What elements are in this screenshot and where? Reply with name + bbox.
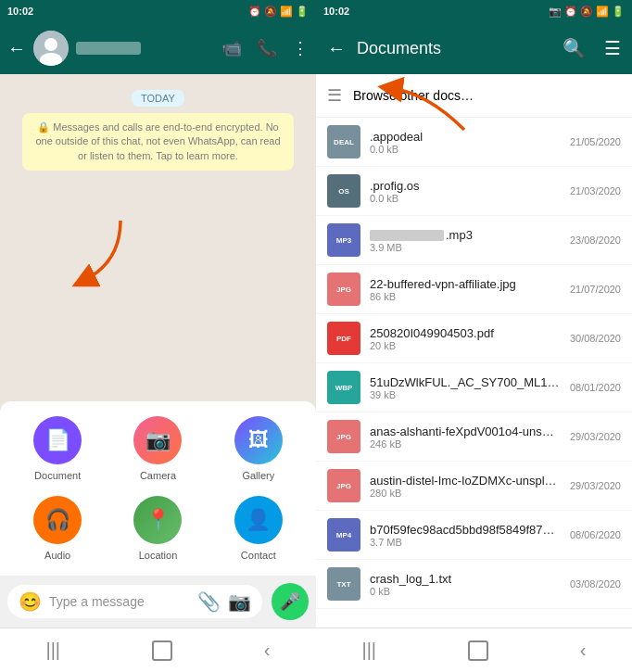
attach-camera[interactable]: 📷 Camera [115,416,200,481]
video-call-icon[interactable]: 📹 [221,38,242,58]
right-status-time: 10:02 [323,6,349,17]
file-name: crash_log_1.txt [370,572,561,586]
file-info: .appodeal 0.0 kB [370,130,561,155]
file-size: 86 kB [370,291,561,302]
audio-icon-circle: 🎧 [33,496,82,544]
file-size: 3.7 MB [370,537,561,548]
search-icon[interactable]: 🔍 [562,37,586,59]
file-info: 51uDzWlkFUL._AC_SY700_ML1_FMwe… 39 kB [370,375,561,400]
file-type-icon: TXT [327,567,360,601]
audio-label: Audio [44,550,70,561]
mic-button[interactable]: 🎤 [272,583,309,620]
chat-area: TODAY 🔒 Messages and calls are end-to-en… [0,74,316,401]
file-date: 08/01/2020 [570,382,621,393]
file-row[interactable]: JPG 22-buffered-vpn-affiliate.jpg 86 kB … [316,265,632,314]
attach-audio[interactable]: 🎧 Audio [15,496,100,561]
file-name: anas-alshanti-feXpdV001o4-unsplash.j… [370,425,561,438]
file-size: 3.9 MB [370,242,561,253]
today-badge: TODAY [7,89,309,106]
attach-document[interactable]: 📄 Document [15,416,100,481]
nav-menu-icon[interactable]: ||| [361,640,376,661]
file-type-icon: DEAL [327,125,360,158]
browse-row[interactable]: ☰ Browse other docs… [316,74,632,118]
phone-icon[interactable]: 📞 [257,38,277,58]
attach-contact[interactable]: 👤 Contact [216,496,301,561]
file-row[interactable]: JPG anas-alshanti-feXpdV001o4-unsplash.j… [316,412,632,462]
file-date: 08/06/2020 [570,529,621,540]
left-status-icons: ⏰ 🔕 📶 🔋 [248,6,309,18]
file-row[interactable]: MP4 b70f59fec98acd5bbd98f5849f8720de… 3.… [316,511,632,560]
file-row[interactable]: WBP 51uDzWlkFUL._AC_SY700_ML1_FMwe… 39 k… [316,363,632,412]
file-date: 21/03/2020 [570,185,621,197]
svg-point-1 [44,38,57,51]
header-actions: 📹 📞 ⋮ [221,38,309,58]
nav-home-icon[interactable] [468,640,488,661]
file-info: b70f59fec98acd5bbd98f5849f8720de… 3.7 MB [370,523,561,548]
file-name: 51uDzWlkFUL._AC_SY700_ML1_FMwe… [370,375,561,389]
right-status-bar: 10:02 📷 ⏰ 🔕 📶 🔋 [316,0,632,22]
contact-info [76,42,141,55]
file-info: crash_log_1.txt 0 kB [370,572,561,597]
file-info: anas-alshanti-feXpdV001o4-unsplash.j… 24… [370,425,561,450]
attach-gallery[interactable]: 🖼 Gallery [216,416,301,481]
browse-hamburger-icon: ☰ [327,85,342,106]
file-info: austin-distel-Imc-IoZDMXc-unsplash.jpg 2… [370,474,561,499]
file-info: 22-buffered-vpn-affiliate.jpg 86 kB [370,277,561,302]
file-row[interactable]: OS .profig.os 0.0 kB 21/03/2020 [316,167,632,216]
chat-header: ← 📹 📞 ⋮ [0,22,316,74]
file-info: .profig.os 0.0 kB [370,179,561,204]
right-status-icons: 📷 ⏰ 🔕 📶 🔋 [549,6,625,18]
file-list: DEAL .appodeal 0.0 kB 21/05/2020 OS .pro… [316,118,632,628]
file-row[interactable]: JPG austin-distel-Imc-IoZDMXc-unsplash.j… [316,462,632,511]
contact-label: Contact [241,550,276,561]
file-date: 03/08/2020 [570,578,621,590]
file-type-icon: PDF [327,322,360,355]
file-size: 39 kB [370,389,561,400]
encryption-notice[interactable]: 🔒 Messages and calls are end-to-end encr… [22,113,294,171]
left-status-time: 10:02 [7,6,33,17]
location-icon-circle: 📍 [133,496,182,544]
nav-back-icon[interactable]: ‹ [264,640,271,661]
right-nav-bar: ||| ‹ [316,628,632,672]
file-date: 29/03/2020 [570,480,621,491]
file-name: .profig.os [370,179,561,193]
file-date: 30/08/2020 [570,333,621,344]
file-size: 0.0 kB [370,144,561,155]
file-row[interactable]: MP3 .mp3 3.9 MB 23/08/2020 [316,216,632,265]
nav-home-icon[interactable] [152,640,172,661]
file-row[interactable]: TXT crash_log_1.txt 0 kB 03/08/2020 [316,560,632,609]
message-input[interactable]: Type a message [49,594,190,609]
file-row[interactable]: PDF 250820I049904503.pdf 20 kB 30/08/202… [316,314,632,363]
browse-text: Browse other docs… [353,88,474,103]
gallery-icon-circle: 🖼 [234,416,283,464]
contact-name-blurred [76,42,141,55]
file-type-icon: OS [327,174,360,208]
docs-back-icon[interactable]: ← [327,38,346,59]
file-row[interactable]: DEAL .appodeal 0.0 kB 21/05/2020 [316,118,632,167]
file-date: 29/03/2020 [570,431,621,442]
file-name: 22-buffered-vpn-affiliate.jpg [370,277,561,291]
left-panel: 10:02 ⏰ 🔕 📶 🔋 ← 📹 📞 ⋮ TODAY 🔒 Messages a… [0,0,316,672]
file-type-icon: MP3 [327,223,360,257]
nav-back-icon[interactable]: ‹ [580,640,587,661]
back-icon[interactable]: ← [7,38,26,59]
file-date: 21/07/2020 [570,284,621,295]
file-size: 246 kB [370,438,561,450]
emoji-icon[interactable]: 😊 [19,590,42,613]
avatar [33,31,69,66]
file-date: 21/05/2020 [570,136,621,147]
document-icon-circle: 📄 [33,416,82,464]
attach-location[interactable]: 📍 Location [115,496,200,561]
attach-icon[interactable]: 📎 [197,590,221,613]
file-name: b70f59fec98acd5bbd98f5849f8720de… [370,523,561,537]
camera-input-icon[interactable]: 📷 [228,590,251,613]
camera-icon-circle: 📷 [133,416,182,464]
more-options-icon[interactable]: ⋮ [292,38,309,58]
filter-icon[interactable]: ☰ [604,37,621,59]
file-name: .mp3 [370,228,561,242]
file-size: 0 kB [370,586,561,597]
location-label: Location [139,550,178,561]
nav-menu-icon[interactable]: ||| [45,640,60,661]
file-type-icon: MP4 [327,518,360,552]
attachment-popup: 📄 Document 📷 Camera 🖼 Gallery 🎧 Audio 📍 … [0,401,316,576]
